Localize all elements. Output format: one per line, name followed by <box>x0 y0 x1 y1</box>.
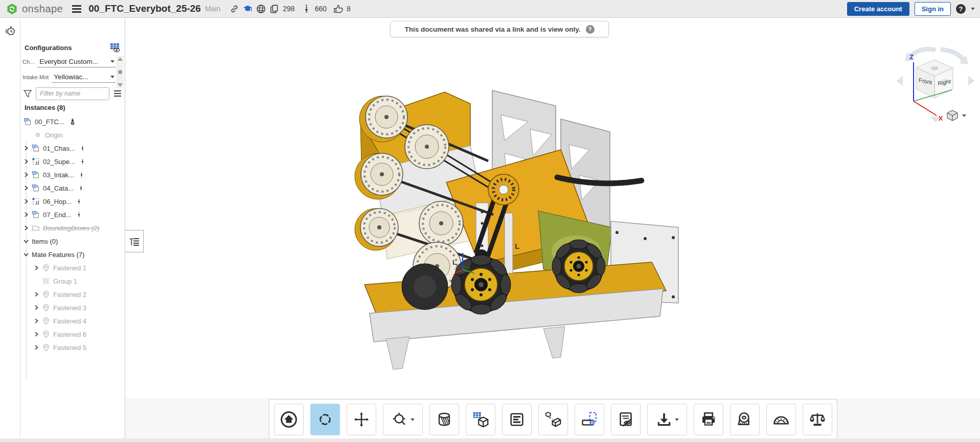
robot-model[interactable]: L L <box>325 84 749 391</box>
chevron-right-icon[interactable] <box>22 198 30 205</box>
chevron-right-icon[interactable] <box>22 184 30 192</box>
tree-row-subassembly[interactable]: 02_Supe... <box>20 155 125 168</box>
chevron-down-icon[interactable] <box>675 418 679 421</box>
items-section-header[interactable]: Items (0) <box>20 235 125 248</box>
filter-funnel-icon[interactable] <box>22 88 33 99</box>
config-label: Ch... <box>22 59 34 65</box>
section-view-button[interactable] <box>429 404 459 435</box>
chevron-right-icon[interactable] <box>22 211 30 218</box>
chevron-down-icon[interactable] <box>22 251 30 258</box>
view-only-banner: This document was shared via a link and … <box>390 21 609 37</box>
configurations-panel-icon[interactable] <box>109 42 121 53</box>
fastened-mate-icon <box>42 304 50 312</box>
tree-row-subassembly[interactable]: 06_Hop... <box>20 195 125 208</box>
chevron-right-icon[interactable] <box>33 344 40 351</box>
assembly-icon <box>32 211 40 219</box>
assembly-icon <box>32 171 40 179</box>
fastened-mate-icon <box>42 343 50 352</box>
exploded-view-button[interactable] <box>538 404 568 435</box>
instance-dots-icon <box>80 144 85 152</box>
mate-features-section-header[interactable]: Mate Features (7) <box>20 248 125 261</box>
chevron-right-icon[interactable] <box>22 145 30 152</box>
versions-icon[interactable] <box>302 4 311 14</box>
copies-icon[interactable] <box>269 4 279 14</box>
pattern-icon <box>32 197 40 205</box>
origin-icon <box>34 131 42 139</box>
fastened-mate-icon <box>42 317 50 325</box>
onshape-logo[interactable] <box>6 3 18 15</box>
chevron-right-icon[interactable] <box>33 317 40 324</box>
list-view-icon[interactable] <box>112 88 123 99</box>
tree-row-subassembly[interactable]: 07_End... <box>20 208 125 221</box>
mate-row-group[interactable]: Group 1 <box>20 274 125 288</box>
mate-row[interactable]: Fastened 4 <box>20 314 125 328</box>
tree-row-root-assembly[interactable]: 00_FTC... <box>20 115 125 128</box>
view-cube-body[interactable]: Top Front Right <box>916 60 953 98</box>
tree-row-subassembly[interactable]: 01_Chas... <box>20 142 125 155</box>
chevron-down-icon[interactable] <box>22 238 30 245</box>
versions-count: 660 <box>315 5 327 13</box>
config-select-intake-motor[interactable]: Yellowiac... <box>52 72 116 83</box>
scroll-up-icon[interactable] <box>118 57 123 61</box>
rotate-button[interactable] <box>310 404 340 435</box>
named-positions-button[interactable] <box>575 404 604 435</box>
chevron-right-icon[interactable] <box>22 171 30 178</box>
chevron-down-icon <box>110 76 115 78</box>
tree-row-subassembly[interactable]: 03_Intak... <box>20 168 125 181</box>
mass-properties-button[interactable] <box>803 404 832 435</box>
chevron-right-icon[interactable] <box>33 264 40 271</box>
workspace-label[interactable]: Main <box>205 5 220 13</box>
history-rail <box>0 18 20 442</box>
mate-row[interactable]: Fastened 5 <box>20 341 125 354</box>
chevron-right-icon[interactable] <box>22 158 30 165</box>
chevron-right-icon[interactable] <box>33 331 40 338</box>
mate-row[interactable]: Fastened 6 <box>20 328 125 341</box>
banner-help-icon[interactable]: ? <box>586 25 595 34</box>
tree-panel-toggle[interactable] <box>125 230 144 252</box>
config-row-chassis: Ch... Everybot Custom... <box>22 57 116 67</box>
education-icon[interactable] <box>243 4 253 14</box>
chevron-down-icon[interactable] <box>411 418 415 421</box>
public-globe-icon[interactable] <box>256 4 266 14</box>
3d-viewport[interactable]: This document was shared via a link and … <box>125 18 980 442</box>
hidden-items-button[interactable] <box>611 404 641 435</box>
svg-text:X: X <box>939 114 943 122</box>
sign-in-button[interactable]: Sign in <box>915 2 951 16</box>
help-icon[interactable]: ? <box>956 4 966 14</box>
tree-row-origin[interactable]: Origin <box>20 128 125 142</box>
angle-protractor-button[interactable] <box>766 404 796 435</box>
help-caret-icon[interactable] <box>971 8 975 10</box>
config-scrollbar[interactable] <box>116 56 124 88</box>
filter-input[interactable] <box>36 87 109 100</box>
print-snapshot-button[interactable] <box>694 404 723 435</box>
main-menu-icon[interactable] <box>72 5 81 13</box>
likes-icon[interactable] <box>333 4 343 14</box>
configurations-view-button[interactable] <box>466 404 495 435</box>
chevron-down-icon <box>110 60 115 63</box>
mate-row[interactable]: Fastened 1 <box>20 261 125 274</box>
create-account-button[interactable]: Create account <box>847 2 909 16</box>
bom-table-button[interactable] <box>502 404 532 435</box>
mecanum-wheel-right <box>552 240 605 293</box>
pan-button[interactable] <box>347 404 376 435</box>
svg-text:L: L <box>452 259 457 266</box>
chevron-right-icon[interactable] <box>33 304 40 311</box>
instance-dots-icon <box>76 211 82 219</box>
zoom-button[interactable] <box>383 404 423 435</box>
history-icon[interactable] <box>5 25 16 36</box>
view-mode-selector[interactable] <box>946 109 966 122</box>
pattern-icon <box>32 157 40 166</box>
config-select-chassis[interactable]: Everybot Custom... <box>37 57 116 67</box>
mate-row[interactable]: Fastened 3 <box>20 301 125 314</box>
tree-row-subassembly[interactable]: 04_Cata... <box>20 181 125 195</box>
measure-tape-button[interactable] <box>730 404 760 435</box>
mate-row[interactable]: Fastened 2 <box>20 288 125 301</box>
export-download-button[interactable] <box>647 404 687 435</box>
scroll-thumb[interactable] <box>118 70 122 74</box>
view-home-button[interactable] <box>274 404 304 435</box>
tree-row-boundingboxes[interactable]: BoundingBoxes (2) <box>20 221 125 235</box>
view-only-banner-text: This document was shared via a link and … <box>404 26 580 33</box>
chevron-right-icon[interactable] <box>22 224 30 231</box>
chevron-right-icon[interactable] <box>33 291 40 298</box>
share-link-icon[interactable] <box>230 4 239 14</box>
